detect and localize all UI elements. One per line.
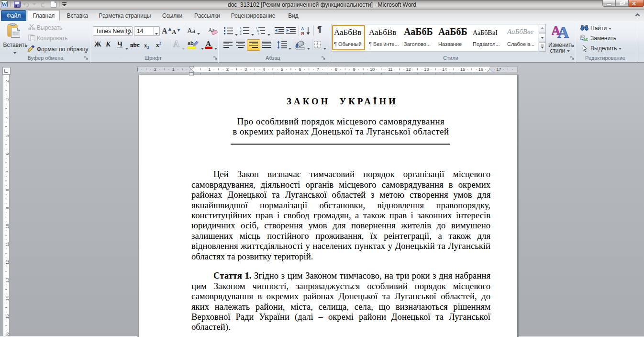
svg-text:5: 5 [280, 67, 283, 72]
svg-text:ac: ac [583, 37, 588, 41]
svg-text:Я: Я [301, 31, 304, 35]
svg-text:16: 16 [478, 67, 483, 72]
svg-text:9: 9 [5, 207, 10, 209]
svg-text:11: 11 [5, 242, 10, 247]
svg-text:13: 13 [424, 67, 429, 72]
svg-text:1: 1 [208, 67, 211, 72]
svg-text:17: 17 [496, 67, 501, 72]
svg-text:12: 12 [5, 260, 10, 265]
svg-text:3: 3 [5, 98, 10, 101]
svg-text:7: 7 [317, 67, 319, 72]
svg-text:11: 11 [388, 67, 392, 72]
svg-text:5: 5 [5, 135, 10, 137]
svg-text:2: 2 [226, 67, 229, 72]
svg-text:15: 15 [5, 314, 10, 319]
svg-text:3: 3 [240, 32, 242, 35]
svg-text:6: 6 [5, 153, 10, 155]
svg-text:А: А [301, 26, 304, 31]
svg-text:12: 12 [406, 67, 411, 72]
svg-text:14: 14 [442, 67, 447, 72]
svg-text:ab: ab [188, 40, 194, 46]
svg-text:14: 14 [5, 296, 10, 301]
svg-text:10: 10 [5, 224, 10, 228]
svg-text:8: 8 [5, 189, 10, 191]
svg-text:7: 7 [5, 170, 10, 173]
svg-text:4: 4 [263, 67, 265, 72]
svg-text:13: 13 [5, 278, 10, 283]
svg-text:3: 3 [244, 67, 247, 72]
svg-text:2: 2 [154, 67, 156, 72]
svg-text:1: 1 [172, 67, 175, 72]
svg-text:8: 8 [335, 67, 337, 72]
svg-text:3: 3 [137, 67, 138, 72]
svg-text:i: i [258, 32, 259, 35]
svg-text:А: А [206, 40, 211, 47]
svg-text:А: А [557, 23, 569, 39]
svg-text:9: 9 [353, 67, 355, 72]
svg-text:6: 6 [299, 67, 301, 72]
svg-text:2: 2 [5, 80, 10, 82]
svg-text:4: 4 [5, 116, 10, 119]
svg-text:15: 15 [460, 67, 465, 72]
svg-text:10: 10 [370, 67, 375, 72]
